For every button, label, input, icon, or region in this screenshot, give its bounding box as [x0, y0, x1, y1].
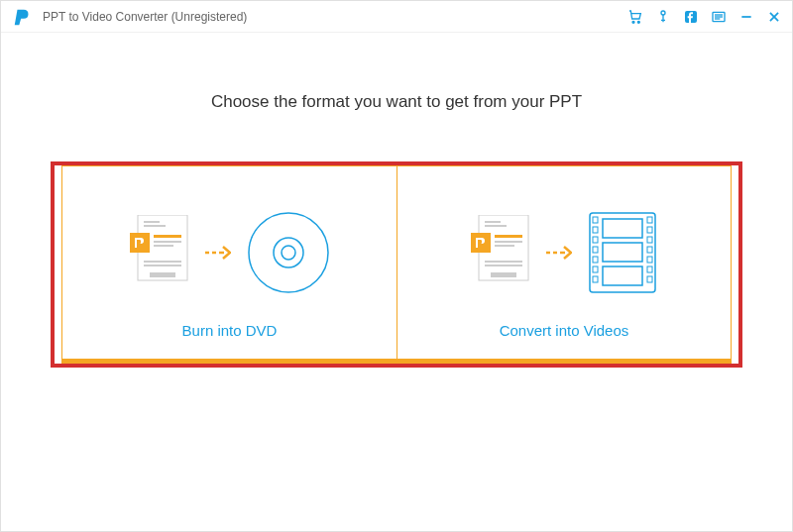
svg-rect-34: [485, 261, 522, 263]
arrow-icon: [546, 246, 572, 260]
application-window: PPT to Video Converter (Unregistered): [0, 0, 793, 532]
svg-point-2: [661, 11, 665, 15]
svg-rect-19: [144, 265, 181, 266]
svg-rect-47: [593, 247, 598, 253]
svg-rect-13: [144, 225, 166, 227]
svg-rect-12: [144, 221, 160, 223]
page-heading: Choose the format you want to get from y…: [41, 92, 752, 112]
svg-rect-40: [590, 213, 655, 292]
svg-rect-31: [495, 235, 522, 238]
title-bar: PPT to Video Converter (Unregistered): [1, 1, 792, 33]
dvd-disc-icon: [247, 211, 330, 294]
arrow-icon: [205, 246, 231, 260]
svg-rect-33: [495, 245, 514, 247]
dvd-option-label: Burn into DVD: [182, 322, 278, 339]
svg-rect-29: [485, 225, 507, 227]
svg-rect-45: [593, 227, 598, 233]
main-content: Choose the format you want to get from y…: [1, 33, 792, 407]
svg-rect-55: [647, 257, 652, 263]
svg-rect-36: [491, 272, 516, 277]
titlebar-controls: [627, 9, 782, 25]
options-container: Burn into DVD: [51, 161, 742, 368]
video-illustration: [471, 211, 657, 294]
ppt-document-icon: [130, 215, 189, 290]
svg-rect-20: [150, 272, 175, 277]
svg-rect-35: [485, 265, 522, 266]
ppt-document-icon: [471, 215, 530, 290]
app-logo-icon: [11, 5, 35, 29]
svg-rect-16: [154, 241, 181, 243]
svg-rect-41: [603, 219, 642, 238]
svg-rect-42: [603, 243, 642, 262]
burn-dvd-option[interactable]: Burn into DVD: [61, 165, 396, 364]
svg-rect-57: [647, 276, 652, 282]
svg-rect-54: [647, 247, 652, 253]
facebook-icon[interactable]: [683, 9, 699, 25]
convert-video-option[interactable]: Convert into Videos: [396, 165, 732, 364]
menu-icon[interactable]: [711, 9, 727, 25]
video-film-icon: [588, 211, 657, 294]
svg-point-26: [282, 246, 295, 260]
svg-rect-51: [647, 217, 652, 223]
svg-rect-46: [593, 237, 598, 243]
svg-rect-50: [593, 276, 598, 282]
close-button[interactable]: [766, 9, 782, 25]
svg-point-25: [274, 238, 303, 267]
svg-rect-43: [603, 266, 642, 285]
svg-rect-44: [593, 217, 598, 223]
svg-rect-49: [593, 266, 598, 272]
svg-rect-15: [154, 235, 181, 238]
svg-rect-30: [471, 233, 491, 253]
svg-rect-14: [130, 233, 150, 253]
minimize-button[interactable]: [738, 9, 754, 25]
svg-point-24: [249, 213, 328, 292]
svg-rect-53: [647, 237, 652, 243]
svg-point-0: [632, 21, 634, 23]
window-title: PPT to Video Converter (Unregistered): [43, 10, 627, 24]
cart-icon[interactable]: [627, 9, 643, 25]
svg-rect-32: [495, 241, 522, 243]
key-icon[interactable]: [655, 9, 671, 25]
svg-rect-18: [144, 261, 181, 263]
dvd-illustration: [130, 211, 330, 294]
video-option-label: Convert into Videos: [500, 322, 629, 339]
svg-point-1: [637, 21, 639, 23]
svg-rect-17: [154, 245, 173, 247]
svg-rect-28: [485, 221, 501, 223]
svg-rect-48: [593, 257, 598, 263]
svg-rect-52: [647, 227, 652, 233]
svg-rect-56: [647, 266, 652, 272]
